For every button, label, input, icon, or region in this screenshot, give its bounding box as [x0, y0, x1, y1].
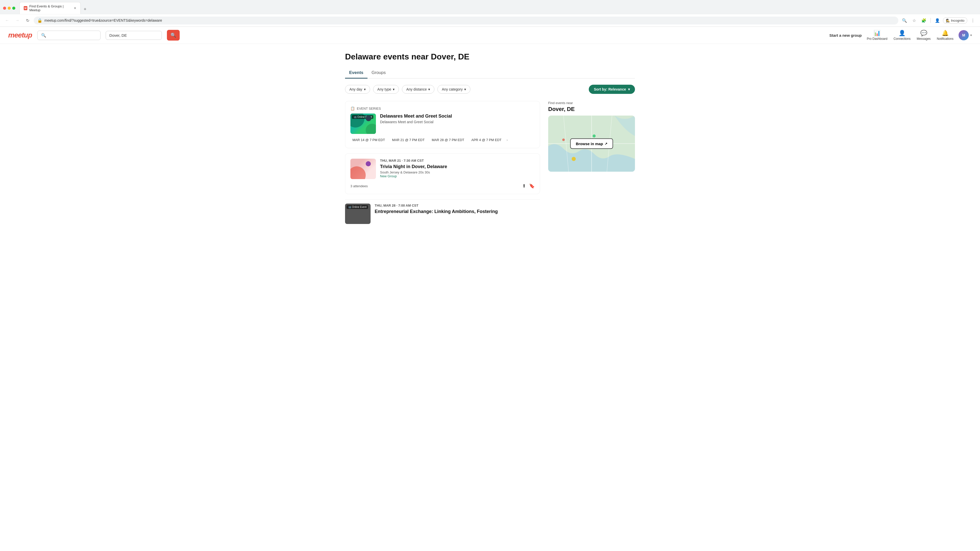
- search-bar[interactable]: 🔍: [37, 30, 100, 40]
- browser-chrome: M Find Events & Groups | Meetup ✕ + ← → …: [0, 0, 980, 27]
- event-dates: MAR 14 @ 7 PM EDT MAR 21 @ 7 PM EDT MAR …: [350, 137, 535, 143]
- start-group-link[interactable]: Start a new group: [829, 33, 862, 38]
- lock-icon: 🔒: [37, 18, 42, 23]
- filter-any-distance[interactable]: Any distance ▾: [402, 85, 434, 94]
- active-tab[interactable]: M Find Events & Groups | Meetup ✕: [19, 2, 81, 14]
- event-main: 📹 Online Event Delawares Meet and Greet …: [350, 114, 535, 134]
- close-window-btn[interactable]: [3, 6, 6, 10]
- extensions-btn[interactable]: 🧩: [920, 16, 928, 24]
- pro-dashboard-icon: 📊: [873, 30, 880, 37]
- nav-pro-dashboard[interactable]: 📊 Pro Dashboard: [867, 30, 887, 41]
- content-layout: 📋 EVENT SERIES 📹 Online Event Delawares …: [345, 101, 635, 224]
- map-container[interactable]: Browse in map ↗: [548, 116, 635, 171]
- event-title-1[interactable]: Delawares Meet and Greet Social: [380, 114, 535, 119]
- event-series-header: 📋 EVENT SERIES: [350, 106, 535, 110]
- forward-btn[interactable]: →: [13, 16, 21, 24]
- search-icon: 🔍: [41, 33, 46, 38]
- online-badge-3: 📹 Online Event: [347, 205, 368, 209]
- event-thumbnail-1: 📹 Online Event: [350, 114, 376, 134]
- event-meta-3: THU, MAR 28 · 7:00 AM CST: [375, 203, 540, 207]
- location-input[interactable]: [106, 31, 162, 40]
- notifications-label: Notifications: [937, 37, 953, 41]
- event-info-1: Delawares Meet and Greet Social Delaware…: [380, 114, 535, 125]
- address-bar[interactable]: 🔒: [34, 17, 898, 24]
- nav-notifications[interactable]: 🔔 Notifications: [937, 30, 953, 41]
- browse-map-button[interactable]: Browse in map ↗: [570, 138, 613, 149]
- online-label-3: Online Event: [352, 206, 366, 208]
- event-group-2: South Jersey & Delaware 20s 30s: [380, 170, 535, 174]
- save-button[interactable]: 🔖: [529, 183, 535, 189]
- any-type-chevron-icon: ▾: [393, 87, 395, 91]
- incognito-label: Incognito: [951, 19, 964, 22]
- event-title-3[interactable]: Entrepreneurial Exchange: Linking Ambiti…: [375, 209, 540, 214]
- event-card-series: 📋 EVENT SERIES 📹 Online Event Delawares …: [345, 101, 540, 148]
- event-new-group: New Group: [380, 174, 535, 178]
- any-distance-chevron-icon: ▾: [428, 87, 430, 91]
- event-thumbnail-3: 📹 Online Event: [345, 203, 371, 224]
- nav-connections[interactable]: 👤 Connections: [894, 30, 911, 41]
- logo-text: meetup: [8, 31, 32, 39]
- filter-any-category[interactable]: Any category ▾: [438, 85, 470, 94]
- divider: [931, 18, 931, 23]
- new-tab-btn[interactable]: +: [81, 5, 89, 14]
- bookmark-icon: 🔖: [529, 183, 535, 189]
- event-title-2[interactable]: Trivia Night in Dover, Delaware: [380, 164, 535, 169]
- maximize-window-btn[interactable]: [12, 6, 15, 10]
- back-btn[interactable]: ←: [3, 16, 11, 24]
- filter-any-day[interactable]: Any day ▾: [345, 85, 370, 94]
- profile-btn[interactable]: 👤: [933, 16, 942, 24]
- page-title: Delaware events near Dover, DE: [345, 52, 635, 62]
- connections-icon: 👤: [899, 30, 905, 37]
- event-main-2: THU, MAR 21 · 7:30 AM CST Trivia Night i…: [350, 159, 535, 179]
- event-actions: ⬆ 🔖: [522, 183, 535, 189]
- browse-map-label: Browse in map: [576, 141, 603, 146]
- video-icon-3: 📹: [348, 206, 351, 208]
- search-btn[interactable]: 🔍: [900, 16, 908, 24]
- search-button[interactable]: 🔍: [167, 30, 180, 41]
- search-input[interactable]: [48, 33, 97, 38]
- tab-groups[interactable]: Groups: [368, 68, 390, 79]
- location-field[interactable]: [110, 33, 158, 38]
- star-btn[interactable]: ☆: [910, 16, 918, 24]
- user-menu[interactable]: M ▾: [959, 30, 972, 40]
- event-date-3[interactable]: MAR 28 @ 7 PM EDT: [430, 137, 466, 143]
- event-meta-2: THU, MAR 21 · 7:30 AM CST: [380, 159, 535, 162]
- any-day-label: Any day: [349, 87, 363, 91]
- event-subtitle-1: Delawares Meet and Greet Social: [380, 120, 535, 124]
- nav-messages[interactable]: 💬 Messages: [917, 30, 931, 41]
- thumb-dot: [366, 116, 371, 121]
- tab-events[interactable]: Events: [345, 68, 368, 79]
- url-input[interactable]: [45, 18, 895, 22]
- map-find-near-label: Find events near: [548, 101, 635, 105]
- svg-point-7: [562, 138, 565, 141]
- dates-arrow-icon[interactable]: ›: [507, 138, 508, 142]
- avatar-chevron-icon[interactable]: ▾: [970, 33, 972, 37]
- pro-dashboard-label: Pro Dashboard: [867, 37, 887, 41]
- reload-btn[interactable]: ↻: [24, 16, 32, 24]
- browser-toolbar: ← → ↻ 🔒 🔍 ☆ 🧩 👤 🕵️ Incognito ⋮: [0, 14, 980, 27]
- new-group-link[interactable]: New Group: [380, 174, 397, 178]
- map-location: Dover, DE: [548, 106, 635, 113]
- filter-any-type[interactable]: Any type ▾: [373, 85, 399, 94]
- event-date-1[interactable]: MAR 14 @ 7 PM EDT: [350, 137, 387, 143]
- share-icon: ⬆: [522, 183, 526, 189]
- messages-label: Messages: [917, 37, 931, 41]
- content-tabs: Events Groups: [345, 68, 635, 79]
- sort-chevron-icon: ▾: [628, 87, 630, 91]
- avatar-initials: M: [962, 33, 965, 37]
- meetup-logo[interactable]: meetup: [8, 31, 32, 39]
- series-label: EVENT SERIES: [357, 106, 381, 110]
- svg-point-6: [593, 135, 596, 138]
- sort-button[interactable]: Sort by: Relevance ▾: [589, 85, 635, 94]
- event-date-2[interactable]: MAR 21 @ 7 PM EDT: [390, 137, 426, 143]
- menu-btn[interactable]: ⋮: [969, 16, 977, 24]
- event-info-2: THU, MAR 21 · 7:30 AM CST Trivia Night i…: [380, 159, 535, 178]
- tab-close-btn[interactable]: ✕: [74, 6, 76, 10]
- event-card-trivia: THU, MAR 21 · 7:30 AM CST Trivia Night i…: [345, 153, 540, 194]
- event-footer-2: 3 attendees ⬆ 🔖: [350, 181, 535, 189]
- event-date-4[interactable]: APR 4 @ 7 PM EDT: [469, 137, 504, 143]
- minimize-window-btn[interactable]: [8, 6, 11, 10]
- incognito-badge: 🕵️ Incognito: [943, 17, 967, 24]
- share-button[interactable]: ⬆: [522, 183, 526, 189]
- header-nav: 📊 Pro Dashboard 👤 Connections 💬 Messages…: [867, 30, 953, 41]
